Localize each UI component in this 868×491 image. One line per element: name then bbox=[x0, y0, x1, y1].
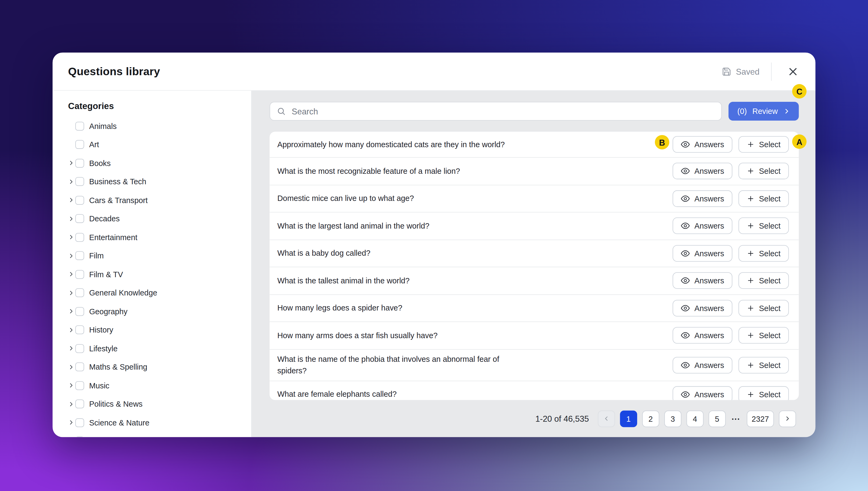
chevron-right-icon[interactable] bbox=[68, 216, 75, 222]
search-input[interactable] bbox=[290, 106, 715, 116]
page-button[interactable]: 1 bbox=[620, 410, 637, 427]
review-button[interactable]: (0) Review bbox=[729, 102, 799, 121]
last-page-button[interactable]: 2327 bbox=[747, 410, 774, 427]
category-checkbox[interactable] bbox=[75, 196, 84, 205]
answers-button[interactable]: Answers bbox=[673, 136, 733, 153]
sidebar-category-item[interactable]: Maths & Spelling bbox=[68, 358, 251, 376]
eye-icon bbox=[681, 331, 690, 340]
answers-button[interactable]: Answers bbox=[673, 300, 733, 316]
pagination-range: 1-20 of 46,535 bbox=[535, 414, 589, 423]
sidebar-category-item[interactable]: Film bbox=[68, 247, 251, 265]
select-button[interactable]: Select bbox=[738, 386, 789, 400]
answers-button[interactable]: Answers bbox=[673, 218, 733, 234]
category-checkbox[interactable] bbox=[75, 270, 84, 279]
sidebar-category-item[interactable]: Sport bbox=[68, 432, 251, 437]
category-checkbox[interactable] bbox=[75, 344, 84, 353]
select-button[interactable]: Select bbox=[738, 272, 789, 289]
chevron-right-icon[interactable] bbox=[68, 308, 75, 315]
category-checkbox[interactable] bbox=[75, 288, 84, 297]
chevron-right-icon[interactable] bbox=[68, 179, 75, 185]
next-page-button[interactable] bbox=[779, 410, 796, 427]
sidebar-category-item[interactable]: Film & TV bbox=[68, 265, 251, 284]
sidebar-category-item[interactable]: Lifestyle bbox=[68, 339, 251, 358]
sidebar-category-item[interactable]: Decades bbox=[68, 209, 251, 228]
category-checkbox[interactable] bbox=[75, 381, 84, 390]
category-checkbox[interactable] bbox=[75, 418, 84, 427]
answers-label: Answers bbox=[694, 167, 724, 176]
category-checkbox[interactable] bbox=[75, 159, 84, 168]
sidebar-category-item[interactable]: Cars & Transport bbox=[68, 191, 251, 209]
question-actions: Answers Select bbox=[673, 163, 789, 179]
chevron-right-icon[interactable] bbox=[68, 253, 75, 259]
chevron-right-icon[interactable] bbox=[68, 345, 75, 352]
answers-label: Answers bbox=[694, 304, 724, 312]
select-label: Select bbox=[759, 331, 780, 340]
chevron-right-icon[interactable] bbox=[68, 290, 75, 296]
page-button[interactable]: 3 bbox=[664, 410, 681, 427]
chevron-right-icon[interactable] bbox=[68, 364, 75, 370]
answers-button[interactable]: Answers bbox=[673, 245, 733, 262]
eye-icon bbox=[681, 140, 690, 149]
category-checkbox[interactable] bbox=[75, 437, 84, 437]
answers-button[interactable]: Answers bbox=[673, 190, 733, 207]
sidebar-category-item[interactable]: Entertainment bbox=[68, 228, 251, 247]
sidebar-category-item[interactable]: Music bbox=[68, 376, 251, 395]
chevron-right-icon[interactable] bbox=[68, 197, 75, 203]
select-button[interactable]: Select bbox=[738, 136, 789, 153]
select-label: Select bbox=[759, 167, 780, 176]
sidebar-category-item[interactable]: Books bbox=[68, 154, 251, 172]
page-button[interactable]: 5 bbox=[708, 410, 726, 427]
select-button[interactable]: Select bbox=[738, 163, 789, 179]
select-button[interactable]: Select bbox=[738, 357, 789, 373]
sidebar-category-item[interactable]: General Knowledge bbox=[68, 284, 251, 302]
answers-button[interactable]: Answers bbox=[673, 272, 733, 289]
chevron-right-icon[interactable] bbox=[68, 327, 75, 333]
sidebar-category-item[interactable]: Business & Tech bbox=[68, 172, 251, 191]
category-checkbox[interactable] bbox=[75, 122, 84, 131]
answers-button[interactable]: Answers bbox=[673, 357, 733, 373]
sidebar-category-item[interactable]: History bbox=[68, 321, 251, 339]
answers-label: Answers bbox=[694, 390, 724, 399]
category-checkbox[interactable] bbox=[75, 233, 84, 242]
select-button[interactable]: Select bbox=[738, 190, 789, 207]
category-checkbox[interactable] bbox=[75, 252, 84, 260]
question-row: Domestic mice can live up to what age? A… bbox=[270, 184, 799, 212]
question-text: Approximately how many domesticated cats… bbox=[277, 139, 505, 150]
select-button[interactable]: Select bbox=[738, 327, 789, 344]
page-button[interactable]: 2 bbox=[642, 410, 659, 427]
category-label: Business & Tech bbox=[89, 177, 146, 186]
category-checkbox[interactable] bbox=[75, 400, 84, 408]
answers-button[interactable]: Answers bbox=[673, 163, 733, 179]
chevron-right-icon[interactable] bbox=[68, 382, 75, 389]
chevron-right-icon[interactable] bbox=[68, 160, 75, 166]
review-label: Review bbox=[752, 107, 778, 116]
pagination-ellipsis: ••• bbox=[731, 416, 742, 422]
sidebar-category-item[interactable]: Animals bbox=[68, 117, 251, 135]
chevron-right-icon[interactable] bbox=[68, 401, 75, 407]
sidebar-category-item[interactable]: Geography bbox=[68, 302, 251, 321]
eye-icon bbox=[681, 249, 690, 258]
category-checkbox[interactable] bbox=[75, 307, 84, 316]
category-checkbox[interactable] bbox=[75, 140, 84, 149]
select-button[interactable]: Select bbox=[738, 245, 789, 262]
sidebar-category-item[interactable]: Science & Nature bbox=[68, 413, 251, 432]
category-checkbox[interactable] bbox=[75, 325, 84, 335]
chevron-right-icon[interactable] bbox=[68, 420, 75, 426]
answers-label: Answers bbox=[694, 221, 724, 230]
chevron-right-icon[interactable] bbox=[68, 234, 75, 240]
select-button[interactable]: Select bbox=[738, 218, 789, 234]
category-checkbox[interactable] bbox=[75, 363, 84, 372]
chevron-right-icon[interactable] bbox=[68, 271, 75, 278]
page-button[interactable]: 4 bbox=[687, 410, 703, 427]
select-label: Select bbox=[759, 221, 780, 230]
category-checkbox[interactable] bbox=[75, 214, 84, 223]
answers-button[interactable]: Answers bbox=[673, 327, 733, 344]
answers-label: Answers bbox=[694, 249, 724, 258]
sidebar-category-item[interactable]: Art bbox=[68, 135, 251, 154]
previous-page-button[interactable] bbox=[598, 410, 615, 427]
select-button[interactable]: Select bbox=[738, 300, 789, 316]
category-checkbox[interactable] bbox=[75, 177, 84, 186]
answers-button[interactable]: Answers bbox=[673, 386, 733, 400]
sidebar-category-item[interactable]: Politics & News bbox=[68, 395, 251, 413]
close-button[interactable] bbox=[783, 62, 802, 81]
